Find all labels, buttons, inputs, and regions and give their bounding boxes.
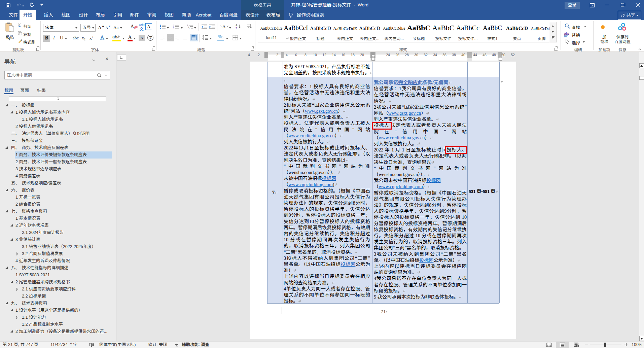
svg-text:A: A — [131, 24, 134, 29]
svg-text:3: 3 — [173, 28, 174, 29]
svg-text:A: A — [222, 24, 226, 29]
svg-text:i: i — [189, 28, 189, 29]
svg-text:Z: Z — [236, 27, 237, 30]
